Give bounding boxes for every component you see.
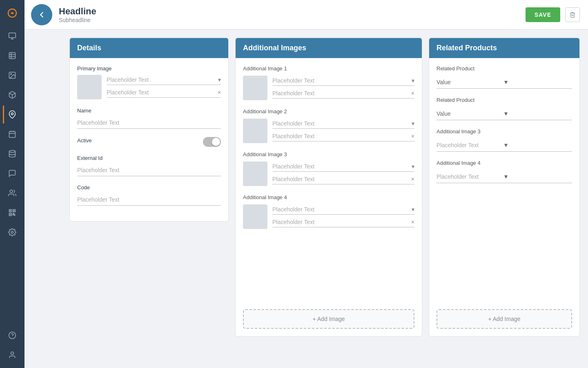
svg-rect-14 bbox=[10, 214, 11, 215]
related-additional-image-dropdown-1[interactable]: Placeholder Text ▾ bbox=[437, 139, 572, 152]
sidebar-item-qr[interactable] bbox=[3, 204, 21, 222]
external-id-input[interactable] bbox=[77, 164, 221, 176]
additional-image-inputs-4: ▾ × bbox=[272, 204, 414, 227]
related-product-dropdown-1[interactable]: Value ▾ bbox=[437, 76, 572, 89]
svg-point-5 bbox=[11, 113, 13, 115]
chevron-down-icon: ▾ bbox=[504, 78, 572, 86]
additional-image-input-4-2[interactable] bbox=[272, 219, 410, 225]
additional-image-label-3: Additional Image 3 bbox=[243, 151, 414, 157]
close-icon[interactable]: × bbox=[411, 90, 414, 96]
sidebar-item-table[interactable] bbox=[3, 47, 21, 65]
sidebar-item-profile[interactable] bbox=[3, 346, 21, 364]
primary-image-input-2[interactable]: × bbox=[107, 88, 221, 98]
sidebar bbox=[0, 0, 24, 368]
additional-image-group-2: Additional Image 2 ▾ × bbox=[243, 108, 414, 143]
chevron-down-icon: ▾ bbox=[504, 110, 572, 117]
additional-image-input-1-2[interactable] bbox=[272, 90, 410, 96]
additional-images-card-header: Additional Images bbox=[236, 38, 422, 58]
sidebar-item-location[interactable] bbox=[3, 105, 21, 123]
primary-image-field-1[interactable] bbox=[107, 76, 218, 83]
primary-image-thumbnail bbox=[77, 75, 102, 99]
name-input[interactable] bbox=[77, 117, 221, 129]
primary-image-input-1[interactable]: ▾ bbox=[107, 75, 221, 85]
related-product-group-2: Related Product Value ▾ bbox=[437, 97, 572, 120]
additional-images-card-body: Additional Image 1 ▾ × Additional Image … bbox=[236, 58, 422, 336]
save-button[interactable]: SAVE bbox=[526, 7, 560, 22]
additional-image-label-2: Additional Image 2 bbox=[243, 108, 414, 114]
sidebar-item-settings[interactable] bbox=[3, 223, 21, 241]
additional-image-label-1: Additional Image 1 bbox=[243, 65, 414, 72]
related-product-value-1: Value bbox=[437, 79, 504, 85]
svg-rect-2 bbox=[9, 53, 16, 59]
additional-image-picker-2: ▾ × bbox=[243, 119, 414, 143]
sidebar-logo[interactable] bbox=[3, 4, 21, 22]
primary-image-picker: ▾ × bbox=[77, 75, 221, 99]
related-products-card-body: Related Product Value ▾ Related Product … bbox=[429, 58, 579, 336]
delete-button[interactable] bbox=[565, 7, 580, 22]
sidebar-item-package[interactable] bbox=[3, 86, 21, 104]
related-product-label-1: Related Product bbox=[437, 65, 572, 72]
additional-image-thumb-4 bbox=[243, 204, 267, 229]
code-label: Code bbox=[77, 184, 221, 191]
back-button[interactable] bbox=[31, 4, 52, 25]
related-product-dropdown-2[interactable]: Value ▾ bbox=[437, 107, 572, 120]
active-label: Active bbox=[77, 137, 91, 144]
close-icon[interactable]: × bbox=[411, 219, 414, 225]
additional-image-input-1-1[interactable] bbox=[272, 77, 412, 84]
details-card-header: Details bbox=[70, 38, 228, 58]
header-titles: Headline Subheadline bbox=[59, 6, 526, 23]
additional-image-inputs-1: ▾ × bbox=[272, 76, 414, 99]
sidebar-item-gallery[interactable] bbox=[3, 66, 21, 84]
additional-image-inputs-2: ▾ × bbox=[272, 119, 414, 141]
svg-rect-1 bbox=[9, 33, 16, 38]
code-input[interactable] bbox=[77, 194, 221, 206]
primary-image-field-2[interactable] bbox=[107, 89, 216, 96]
primary-image-field: Primary Image ▾ × bbox=[77, 65, 221, 99]
related-product-group-1: Related Product Value ▾ bbox=[437, 65, 572, 89]
add-image-button[interactable]: + Add Image bbox=[243, 309, 414, 329]
related-products-card: Related Products Related Product Value ▾… bbox=[429, 38, 580, 337]
close-icon[interactable]: × bbox=[411, 176, 414, 182]
details-card: Details Primary Image ▾ × bbox=[69, 38, 229, 222]
additional-image-input-2-2[interactable] bbox=[272, 133, 410, 139]
chevron-down-icon: ▾ bbox=[412, 120, 414, 127]
chevron-down-icon: ▾ bbox=[504, 173, 572, 180]
primary-image-label: Primary Image bbox=[77, 65, 221, 72]
details-card-body: Primary Image ▾ × bbox=[70, 58, 228, 221]
add-related-image-button[interactable]: + Add Image bbox=[437, 309, 572, 329]
additional-image-thumb-3 bbox=[243, 162, 267, 186]
sidebar-item-help[interactable] bbox=[3, 326, 21, 344]
additional-image-input-2-1[interactable] bbox=[272, 120, 412, 127]
sidebar-item-chat[interactable] bbox=[3, 164, 21, 182]
close-icon[interactable]: × bbox=[411, 133, 414, 139]
related-product-value-2: Value bbox=[437, 110, 504, 117]
additional-images-card: Additional Images Additional Image 1 ▾ ×… bbox=[235, 38, 422, 337]
related-additional-image-group-1: Additional Image 3 Placeholder Text ▾ bbox=[437, 128, 572, 152]
sidebar-item-monitor[interactable] bbox=[3, 27, 21, 45]
content-area: Details Primary Image ▾ × bbox=[24, 29, 588, 368]
sidebar-item-database[interactable] bbox=[3, 145, 21, 163]
svg-point-7 bbox=[9, 150, 16, 153]
chevron-down-icon: ▾ bbox=[412, 206, 414, 213]
sidebar-item-users[interactable] bbox=[3, 184, 21, 202]
additional-image-input-3-2[interactable] bbox=[272, 176, 410, 182]
sidebar-item-calendar[interactable] bbox=[3, 125, 21, 143]
additional-image-group-3: Additional Image 3 ▾ × bbox=[243, 151, 414, 186]
additional-image-picker-4: ▾ × bbox=[243, 204, 414, 229]
additional-image-picker-1: ▾ × bbox=[243, 76, 414, 100]
additional-image-input-4-1[interactable] bbox=[272, 206, 412, 213]
svg-point-17 bbox=[11, 352, 14, 355]
svg-rect-6 bbox=[9, 131, 16, 137]
code-field: Code bbox=[77, 184, 221, 206]
additional-image-group-4: Additional Image 4 ▾ × bbox=[243, 194, 414, 229]
related-additional-image-dropdown-2[interactable]: Placeholder Text ▾ bbox=[437, 170, 572, 183]
name-field: Name bbox=[77, 108, 221, 129]
chevron-down-icon: ▾ bbox=[412, 77, 414, 84]
external-id-label: External Id bbox=[77, 155, 221, 161]
svg-rect-12 bbox=[10, 210, 11, 211]
page-title: Headline bbox=[59, 6, 526, 17]
close-icon[interactable]: × bbox=[218, 89, 221, 96]
page-subtitle: Subheadline bbox=[59, 17, 526, 23]
active-toggle[interactable] bbox=[203, 137, 221, 147]
additional-image-input-3-1[interactable] bbox=[272, 163, 412, 170]
